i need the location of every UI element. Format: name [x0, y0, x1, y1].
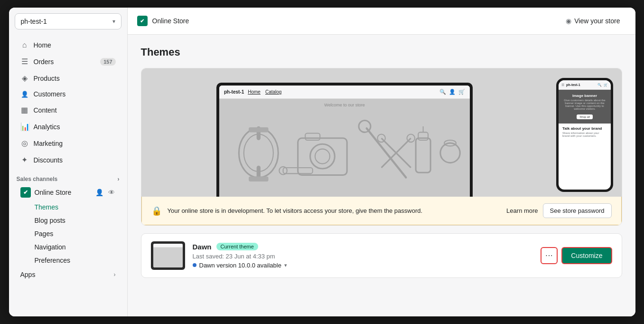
more-options-button[interactable]: ··· — [541, 247, 558, 264]
sidebar-item-content[interactable]: ▦ Content — [13, 102, 123, 118]
preview-mobile: ☰ ph-test-1 🔍 🛒 Image banner Give custom… — [548, 68, 622, 197]
pages-label: Pages — [35, 230, 54, 238]
analytics-icon: 📊 — [20, 122, 29, 131]
eye-icon[interactable]: 👁 — [107, 188, 116, 197]
browser-inner: ph-test-1 Home Catalog 🔍 👤 🛒 — [219, 86, 470, 197]
mobile-cart-icon: 🛒 — [604, 83, 608, 87]
tools-illustration — [219, 99, 470, 197]
content-icon: ▦ — [20, 105, 29, 114]
sidebar-item-label: Marketing — [34, 140, 63, 147]
theme-preview-card: ph-test-1 Home Catalog 🔍 👤 🛒 — [141, 68, 622, 226]
sidebar-item-apps[interactable]: Apps › — [13, 267, 123, 282]
theme-item-dawn: Dawn Current theme Last saved: 23 Jun at… — [141, 234, 622, 277]
current-theme-badge: Current theme — [216, 243, 258, 250]
browser-mock: ph-test-1 Home Catalog 🔍 👤 🛒 — [216, 83, 473, 197]
mobile-search-icon: 🔍 — [597, 83, 602, 87]
sidebar-item-themes[interactable]: Themes — [13, 200, 123, 214]
preferences-label: Preferences — [35, 257, 70, 264]
browser-nav-links: Home Catalog — [248, 89, 281, 95]
theme-version-row[interactable]: Dawn version 10.0.0 available ▾ — [193, 262, 533, 269]
sidebar-item-home[interactable]: ⌂ Home — [13, 37, 123, 53]
warning-banner: 🔒 Your online store is in development. T… — [141, 197, 622, 225]
app-window: ph-test-1 ▾ ⌂ Home ☰ Orders 157 ◈ Produc… — [9, 8, 635, 316]
search-icon: 🔍 — [439, 89, 446, 95]
theme-actions: ··· Customize — [541, 247, 612, 264]
store-selector[interactable]: ph-test-1 ▾ — [15, 13, 121, 29]
sidebar-item-analytics[interactable]: 📊 Analytics — [13, 118, 123, 135]
mobile-content: Image banner Give customers details abou… — [559, 90, 611, 190]
orders-badge: 157 — [100, 58, 115, 66]
sidebar-item-discounts[interactable]: ✦ Discounts — [13, 152, 123, 168]
mobile-banner: Image banner Give customers details abou… — [559, 90, 611, 124]
sidebar-item-online-store[interactable]: ✔ Online Store 👤 👁 — [13, 184, 123, 200]
theme-thumbnail — [151, 241, 185, 270]
learn-more-button[interactable]: Learn more — [506, 207, 538, 214]
browser-content: Welcome to our store — [219, 99, 470, 197]
lock-icon: 🔒 — [151, 206, 162, 216]
svg-rect-12 — [416, 138, 430, 172]
warning-actions: Learn more See store password — [506, 203, 611, 218]
sidebar-item-preferences[interactable]: Preferences — [13, 254, 123, 267]
sidebar-item-label: Discounts — [34, 156, 63, 164]
user-icon: 👤 — [449, 89, 456, 95]
svg-rect-13 — [418, 132, 428, 140]
version-chevron-icon: ▾ — [284, 262, 287, 268]
mobile-banner-title: Image banner — [562, 94, 607, 98]
sidebar-item-orders[interactable]: ☰ Orders 157 — [13, 53, 123, 70]
orders-icon: ☰ — [20, 57, 29, 66]
thumb-bar — [153, 244, 183, 248]
browser-site-name: ph-test-1 — [224, 89, 244, 95]
svg-point-11 — [359, 121, 371, 133]
sidebar-item-label: Analytics — [34, 123, 60, 131]
view-store-button[interactable]: ◉ View your store — [560, 14, 625, 28]
see-store-password-button[interactable]: See store password — [543, 203, 612, 218]
sidebar: ph-test-1 ▾ ⌂ Home ☰ Orders 157 ◈ Produc… — [9, 8, 128, 316]
sidebar-item-marketing[interactable]: ◎ Marketing — [13, 135, 123, 152]
thumb-content — [153, 248, 183, 267]
warning-text: Your online store is in development. To … — [168, 207, 501, 214]
store-name: ph-test-1 — [21, 18, 47, 25]
customize-button[interactable]: Customize — [561, 247, 612, 264]
customers-icon: 👤 — [20, 91, 29, 98]
person-icon[interactable]: 👤 — [94, 188, 104, 197]
mobile-section-text: Share information about your brand with … — [562, 132, 607, 137]
svg-rect-4 — [249, 127, 268, 132]
eye-icon: ◉ — [566, 17, 571, 25]
navigation-label: Navigation — [35, 243, 66, 251]
themes-label: Themes — [35, 203, 59, 211]
mobile-menu-icon: ☰ — [561, 83, 564, 87]
browser-icons: 🔍 👤 🛒 — [439, 89, 465, 95]
topbar-online-store-icon: ✔ — [137, 16, 148, 26]
sales-channels-chevron-icon[interactable]: › — [118, 176, 120, 182]
top-bar-left: ✔ Online Store — [137, 16, 189, 26]
store-selector-chevron-icon: ▾ — [112, 18, 115, 25]
theme-version: Dawn version 10.0.0 available — [199, 262, 281, 269]
preview-desktop: ph-test-1 Home Catalog 🔍 👤 🛒 — [141, 68, 548, 197]
sales-channels-header: Sales channels › — [9, 168, 127, 184]
sidebar-item-products[interactable]: ◈ Products — [13, 70, 123, 86]
view-store-label: View your store — [574, 17, 620, 25]
sidebar-item-navigation[interactable]: Navigation — [13, 240, 123, 254]
svg-point-7 — [310, 144, 335, 169]
sidebar-item-label: Products — [34, 75, 60, 82]
theme-info: Dawn Current theme Last saved: 23 Jun at… — [193, 243, 533, 269]
sidebar-item-customers[interactable]: 👤 Customers — [13, 86, 123, 102]
sidebar-item-label: Content — [34, 106, 57, 114]
products-icon: ◈ — [20, 74, 29, 83]
mobile-site-name: ph-test-1 — [566, 83, 580, 86]
theme-name-row: Dawn Current theme — [193, 243, 533, 251]
sidebar-item-pages[interactable]: Pages — [13, 227, 123, 240]
mobile-bar: ☰ ph-test-1 🔍 🛒 — [559, 80, 611, 90]
browser-nav-home: Home — [248, 89, 261, 95]
sidebar-item-blog-posts[interactable]: Blog posts — [13, 214, 123, 227]
apps-label: Apps — [20, 271, 36, 278]
sidebar-item-label: Customers — [34, 90, 66, 98]
svg-point-17 — [377, 134, 385, 143]
svg-point-8 — [315, 149, 330, 164]
online-store-actions: 👤 👁 — [94, 188, 116, 197]
mobile-mock: ☰ ph-test-1 🔍 🛒 Image banner Give custom… — [556, 78, 613, 192]
mobile-brand-section: Talk about your brand Share information … — [559, 124, 611, 140]
svg-rect-5 — [249, 177, 268, 181]
topbar-section-title: Online Store — [152, 17, 189, 25]
sales-channels-label: Sales channels — [17, 176, 58, 182]
